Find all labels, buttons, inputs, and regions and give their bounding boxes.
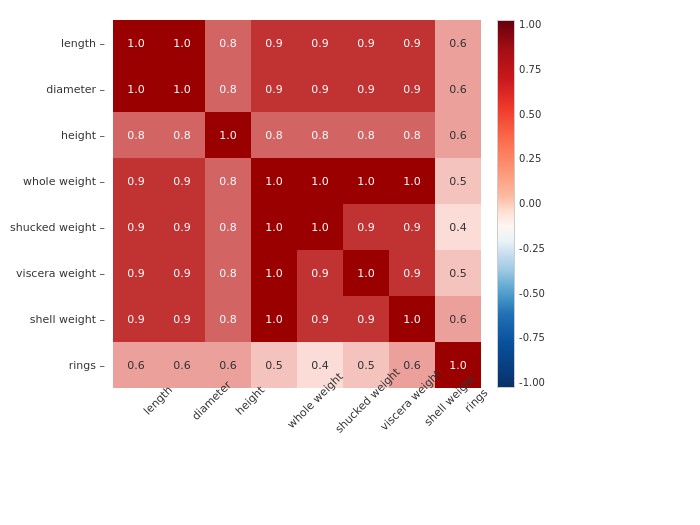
x-label-cell: rings <box>435 392 481 472</box>
x-label-cell: whole weight <box>251 392 297 472</box>
x-label-cell: viscera weight <box>343 392 389 472</box>
y-label: rings – <box>10 342 109 388</box>
x-label-cell: diameter <box>159 392 205 472</box>
heatmap-cell: 1.0 <box>251 296 297 342</box>
heatmap-cell: 0.9 <box>113 204 159 250</box>
heatmap-cell: 1.0 <box>297 158 343 204</box>
heatmap-cell: 0.9 <box>389 250 435 296</box>
heatmap-cell: 0.9 <box>297 250 343 296</box>
heatmap-cell: 0.8 <box>389 112 435 158</box>
heatmap-cell: 0.9 <box>297 66 343 112</box>
heatmap-cell: 0.6 <box>159 342 205 388</box>
heatmap-cell: 0.9 <box>389 204 435 250</box>
colorbar-section: 1.000.750.500.250.00-0.25-0.50-0.75-1.00 <box>497 20 545 388</box>
heatmap-cell: 1.0 <box>389 158 435 204</box>
heatmap-cell: 0.5 <box>435 250 481 296</box>
y-label: length – <box>10 20 109 66</box>
heatmap-cell: 0.9 <box>343 296 389 342</box>
heatmap-cell: 0.8 <box>159 112 205 158</box>
heatmap-cell: 0.6 <box>435 112 481 158</box>
heatmap-cell: 0.6 <box>435 66 481 112</box>
heatmap-cell: 0.5 <box>435 158 481 204</box>
colorbar-ticks: 1.000.750.500.250.00-0.25-0.50-0.75-1.00 <box>515 20 545 388</box>
heatmap-cell: 0.8 <box>205 20 251 66</box>
y-labels: length –diameter –height –whole weight –… <box>10 20 113 388</box>
heatmap-cell: 0.9 <box>159 204 205 250</box>
heatmap-cell: 1.0 <box>159 66 205 112</box>
heatmap-section: 1.01.00.80.90.90.90.90.61.01.00.80.90.90… <box>113 20 481 472</box>
heatmap-cell: 0.9 <box>251 20 297 66</box>
x-label-cell: height <box>205 392 251 472</box>
heatmap-cell: 0.8 <box>205 204 251 250</box>
colorbar-gradient <box>497 20 515 388</box>
heatmap-cell: 0.9 <box>113 250 159 296</box>
heatmap-cell: 0.8 <box>205 158 251 204</box>
heatmap-cell: 1.0 <box>389 296 435 342</box>
colorbar-tick: 0.25 <box>519 154 545 164</box>
colorbar-tick: 1.00 <box>519 20 545 30</box>
y-label: viscera weight – <box>10 250 109 296</box>
heatmap-cell: 0.9 <box>159 158 205 204</box>
heatmap-cell: 0.9 <box>297 296 343 342</box>
colorbar-tick: -1.00 <box>519 378 545 388</box>
heatmap-cell: 0.9 <box>297 20 343 66</box>
chart-inner: length –diameter –height –whole weight –… <box>10 20 690 515</box>
heatmap-cell: 1.0 <box>113 20 159 66</box>
chart-container: length –diameter –height –whole weight –… <box>0 0 700 525</box>
y-label: diameter – <box>10 66 109 112</box>
heatmap-cell: 0.6 <box>113 342 159 388</box>
heatmap-cell: 0.8 <box>297 112 343 158</box>
heatmap-cell: 0.8 <box>205 296 251 342</box>
heatmap-cell: 0.5 <box>251 342 297 388</box>
heatmap-cell: 0.9 <box>113 158 159 204</box>
heatmap-cell: 1.0 <box>297 204 343 250</box>
x-labels: lengthdiameterheightwhole weightshucked … <box>113 392 481 472</box>
x-label-cell: shucked weight <box>297 392 343 472</box>
heatmap-cell: 0.8 <box>113 112 159 158</box>
heatmap-grid: 1.01.00.80.90.90.90.90.61.01.00.80.90.90… <box>113 20 481 388</box>
left-section: length –diameter –height –whole weight –… <box>10 20 481 472</box>
heatmap-cell: 1.0 <box>205 112 251 158</box>
heatmap-cell: 0.9 <box>251 66 297 112</box>
heatmap-cell: 1.0 <box>251 158 297 204</box>
heatmap-cell: 0.6 <box>435 20 481 66</box>
heatmap-cell: 0.8 <box>251 112 297 158</box>
heatmap-cell: 0.8 <box>205 66 251 112</box>
y-label: whole weight – <box>10 158 109 204</box>
colorbar-tick: -0.25 <box>519 244 545 254</box>
y-label: shell weight – <box>10 296 109 342</box>
colorbar-tick: 0.75 <box>519 65 545 75</box>
heatmap-cell: 1.0 <box>251 204 297 250</box>
heatmap-cell: 0.6 <box>435 296 481 342</box>
heatmap-cell: 1.0 <box>343 158 389 204</box>
heatmap-cell: 0.8 <box>343 112 389 158</box>
heatmap-cell: 0.9 <box>159 250 205 296</box>
heatmap-cell: 0.9 <box>343 20 389 66</box>
x-label-cell: length <box>113 392 159 472</box>
heatmap-cell: 0.9 <box>159 296 205 342</box>
heatmap-cell: 1.0 <box>159 20 205 66</box>
heatmap-cell: 0.9 <box>343 66 389 112</box>
heatmap-cell: 1.0 <box>251 250 297 296</box>
heatmap-cell: 0.9 <box>113 296 159 342</box>
x-label-cell: shell weight <box>389 392 435 472</box>
colorbar-tick: 0.00 <box>519 199 545 209</box>
colorbar-tick: 0.50 <box>519 110 545 120</box>
heatmap-cell: 1.0 <box>343 250 389 296</box>
heatmap-cell: 1.0 <box>113 66 159 112</box>
heatmap-cell: 0.9 <box>389 20 435 66</box>
colorbar-tick: -0.50 <box>519 289 545 299</box>
y-label: shucked weight – <box>10 204 109 250</box>
y-label: height – <box>10 112 109 158</box>
heatmap-cell: 0.9 <box>389 66 435 112</box>
heatmap-cell: 0.9 <box>343 204 389 250</box>
heatmap-cell: 0.4 <box>435 204 481 250</box>
heatmap-cell: 0.8 <box>205 250 251 296</box>
colorbar-tick: -0.75 <box>519 333 545 343</box>
